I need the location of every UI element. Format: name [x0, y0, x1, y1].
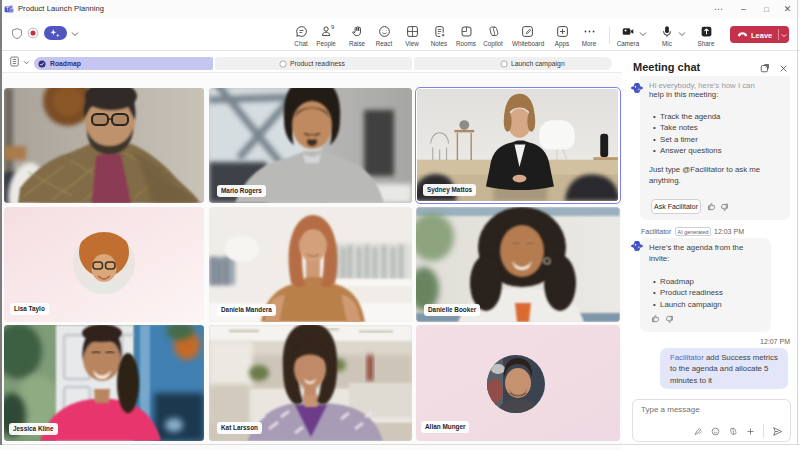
svg-text:T: T — [6, 7, 9, 12]
